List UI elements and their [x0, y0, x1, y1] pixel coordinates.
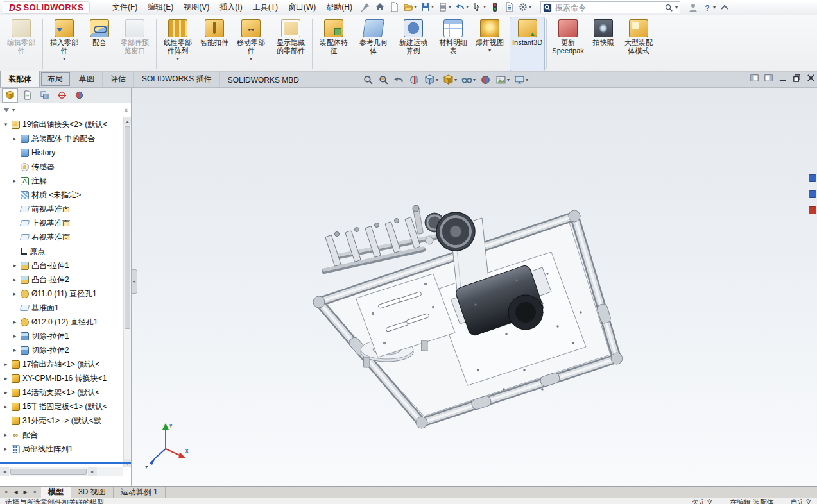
tab-solidworks-mbd[interactable]: SOLIDWORKS MBD: [220, 73, 307, 87]
tab-solidworks-addins[interactable]: SOLIDWORKS 插件: [134, 71, 220, 87]
chevron-up-icon[interactable]: [718, 1, 732, 14]
tree-item[interactable]: ▸15手指固定板<1> (默认<: [0, 399, 123, 414]
rebuild-icon[interactable]: [488, 1, 502, 13]
file-properties-icon[interactable]: [502, 1, 516, 13]
edit-appearance-icon[interactable]: [479, 74, 492, 86]
insert-components-button[interactable]: 插入零部件▾: [44, 17, 84, 71]
user-icon[interactable]: [686, 1, 700, 14]
last-tab-icon[interactable]: »: [31, 489, 39, 495]
smart-fasteners-button[interactable]: 智能扣件: [198, 17, 231, 71]
menu-insert[interactable]: 插入(I): [214, 1, 247, 13]
tree-item[interactable]: ▸切除-拉伸2: [0, 343, 123, 357]
menu-help[interactable]: 帮助(H): [321, 1, 357, 13]
hide-show-items-icon[interactable]: ▾: [460, 74, 477, 86]
tab-assembly[interactable]: 装配体: [0, 71, 40, 87]
menu-view[interactable]: 视图(V): [178, 1, 214, 13]
panel-chevron-icon[interactable]: «: [124, 106, 128, 113]
propertymanager-tab[interactable]: [19, 88, 35, 103]
filter-funnel-icon[interactable]: [3, 108, 10, 112]
expand-arrow-icon[interactable]: ▸: [3, 403, 9, 410]
task-pane-tab-3[interactable]: [809, 206, 816, 214]
tree-item[interactable]: ▸XY-CPM-IB-16 转换块<1: [0, 371, 123, 385]
options-icon[interactable]: ▾: [516, 1, 533, 13]
prev-tab-icon[interactable]: ◀: [12, 489, 20, 495]
bill-of-materials-button[interactable]: 材料明细表: [433, 17, 473, 71]
instant3d-button[interactable]: Instant3D: [510, 17, 545, 71]
collapse-arrow-icon[interactable]: ▾: [3, 121, 9, 128]
menu-tools[interactable]: 工具(T): [248, 1, 283, 13]
reference-geometry-button[interactable]: 参考几何体: [354, 17, 393, 71]
tree-item[interactable]: History: [0, 146, 123, 160]
tree-item[interactable]: 材质 <未指定>: [0, 188, 123, 202]
menu-window[interactable]: 窗口(W): [283, 1, 321, 13]
tree-item[interactable]: ▸Ø12.0 (12) 直径孔1: [0, 315, 123, 329]
mate-button[interactable]: 配合: [84, 17, 115, 71]
graphics-viewport[interactable]: y x z: [132, 88, 817, 486]
panel-collapse-handle[interactable]: ◂: [132, 269, 137, 294]
view-settings-icon[interactable]: ▾: [513, 74, 529, 86]
zoom-fit-icon[interactable]: [361, 74, 375, 86]
save-icon[interactable]: ▾: [418, 1, 436, 13]
tree-item[interactable]: 基准面1: [0, 301, 123, 315]
display-style-icon[interactable]: ▾: [442, 74, 458, 86]
apply-scene-icon[interactable]: ▾: [494, 74, 511, 86]
expand-arrow-icon[interactable]: ▸: [3, 446, 9, 452]
tree-item[interactable]: ▸Ø11.0 (11) 直径孔1: [0, 287, 123, 301]
tree-item[interactable]: ▸凸台-拉伸1: [0, 258, 123, 273]
menu-file[interactable]: 文件(F): [107, 1, 142, 13]
tree-item[interactable]: ▸17输出方轴<1> (默认<: [0, 357, 123, 371]
assembly-model[interactable]: [132, 88, 817, 486]
exploded-view-button[interactable]: 爆炸视图▾: [473, 17, 506, 71]
close-icon[interactable]: [806, 73, 816, 85]
next-tab-icon[interactable]: ▶: [21, 489, 30, 495]
tree-item[interactable]: ▸总装配体 中的配合: [0, 131, 123, 146]
dimxpertmanager-tab[interactable]: [54, 88, 70, 103]
minimize-icon[interactable]: [778, 73, 787, 85]
update-speedpak-button[interactable]: 更新 Speedpak: [548, 17, 588, 71]
tree-item[interactable]: 原点: [0, 244, 123, 258]
tree-item[interactable]: ▸凸台-拉伸2: [0, 273, 123, 287]
menu-edit[interactable]: 编辑(E): [142, 1, 178, 13]
move-component-button[interactable]: 移动零部件▾: [231, 17, 271, 71]
tree-item[interactable]: ▸局部线性阵列1: [0, 442, 123, 456]
print-icon[interactable]: ▾: [436, 1, 453, 13]
scrollbar-thumb[interactable]: [10, 469, 87, 475]
expand-arrow-icon[interactable]: ▸: [3, 432, 9, 438]
filter-dropdown-icon[interactable]: ▾: [12, 108, 15, 113]
new-motion-study-button[interactable]: 新建运动算例: [393, 17, 433, 71]
expand-arrow-icon[interactable]: ▸: [12, 276, 18, 283]
command-search-input[interactable]: [554, 3, 662, 13]
expand-arrow-icon[interactable]: ▸: [12, 262, 18, 269]
task-pane-tab-2[interactable]: [809, 190, 816, 198]
tree-item[interactable]: 前视基准面: [0, 202, 123, 216]
expand-arrow-icon[interactable]: ▸: [12, 178, 18, 184]
linear-component-pattern-button[interactable]: 线性零部件阵列▾: [158, 17, 198, 71]
tree-item[interactable]: 上视基准面: [0, 216, 123, 230]
doc-tab-motion-study-1[interactable]: 运动算例 1: [114, 487, 166, 498]
expand-arrow-icon[interactable]: ▸: [3, 375, 9, 382]
tree-item[interactable]: ▾19输出轴接头<2> (默认<: [0, 117, 123, 131]
open-file-icon[interactable]: ▾: [401, 1, 418, 13]
section-view-icon[interactable]: [408, 74, 421, 86]
restore-icon[interactable]: [792, 73, 802, 85]
scrollbar-thumb[interactable]: [125, 126, 130, 329]
pane-right-icon[interactable]: [764, 73, 773, 85]
select-icon[interactable]: ▾: [470, 1, 488, 13]
pin-menu-icon[interactable]: [358, 1, 372, 14]
tree-item[interactable]: 右视基准面: [0, 230, 123, 244]
large-assembly-mode-button[interactable]: 大型装配体模式: [619, 17, 658, 71]
tree-item[interactable]: ▸切除-拉伸1: [0, 329, 123, 343]
expand-arrow-icon[interactable]: ▸: [12, 319, 18, 325]
view-orientation-icon[interactable]: ▾: [423, 74, 440, 86]
expand-arrow-icon[interactable]: ▸: [3, 361, 9, 367]
undo-icon[interactable]: ▾: [453, 1, 470, 13]
assembly-features-button[interactable]: 装配体特征: [314, 17, 354, 71]
home-icon[interactable]: [373, 1, 387, 13]
tree-item[interactable]: 传感器: [0, 160, 123, 174]
tab-layout[interactable]: 布局: [40, 71, 71, 87]
tree-item[interactable]: ▸14活动支架<1> (默认<: [0, 385, 123, 399]
configurationmanager-tab[interactable]: [37, 88, 53, 103]
show-hidden-components-button[interactable]: 显示隐藏的零部件: [271, 17, 311, 71]
tree-splitter[interactable]: [0, 462, 131, 464]
tab-evaluate[interactable]: 评估: [103, 71, 134, 87]
